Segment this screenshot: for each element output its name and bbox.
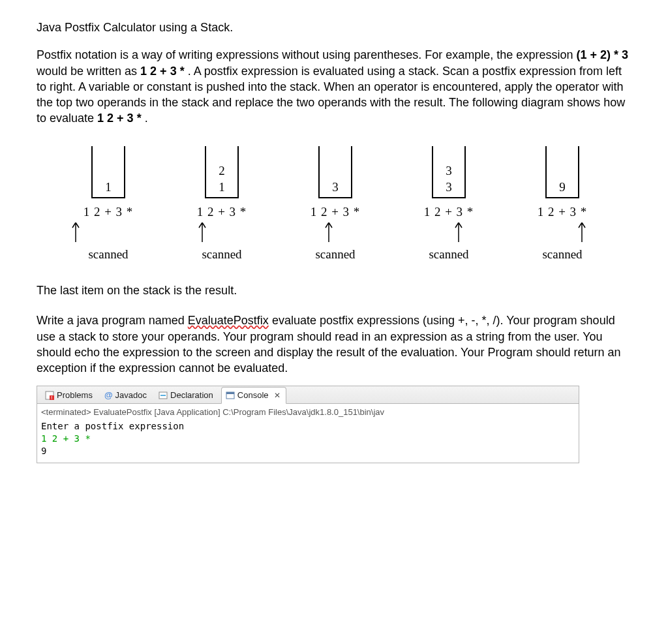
intro-text: . (145, 112, 148, 125)
program-name-underlined: EvaluatePostfix (188, 314, 269, 327)
stack-box: 3 3 (432, 146, 466, 198)
console-header: <terminated> EvaluatePostfix [Java Appli… (41, 405, 575, 421)
tab-javadoc[interactable]: @ Javadoc (100, 388, 152, 403)
tab-declaration[interactable]: Declaration (155, 388, 219, 403)
console-prompt: Enter a postfix expression (41, 420, 575, 433)
svg-rect-4 (160, 395, 166, 396)
diagram-step: 3 3 1 2 + 3 * scanned (410, 146, 488, 263)
instructions-text: Write a java program named (37, 314, 188, 327)
problems-icon: ! (45, 391, 54, 400)
intro-paragraph: Postfix notation is a way of writing exp… (37, 47, 631, 126)
scanned-label: scanned (542, 246, 582, 263)
console-icon (226, 391, 235, 400)
arrow-up-icon (198, 222, 206, 242)
expression: 1 2 + 3 * (311, 204, 361, 221)
expression: 1 2 + 3 * (424, 204, 474, 221)
tab-problems[interactable]: ! Problems (41, 388, 98, 403)
expression: 1 2 + 3 * (197, 204, 247, 221)
stack-box: 9 (545, 146, 579, 198)
arrow-up-icon (325, 222, 333, 242)
declaration-icon (159, 391, 168, 400)
javadoc-icon: @ (104, 390, 113, 401)
tab-label: Console (237, 390, 269, 401)
scanned-label: scanned (429, 246, 468, 263)
tab-label: Declaration (170, 390, 213, 401)
stack-box: 1 (91, 146, 125, 198)
arrow-up-icon (578, 222, 586, 242)
intro-text: Postfix notation is a way of writing exp… (37, 48, 576, 61)
scanned-label: scanned (315, 246, 355, 263)
stack-value: 2 (219, 163, 225, 179)
stack-value: 1 (219, 179, 225, 196)
arrow-up-icon (455, 222, 463, 242)
diagram-step: 2 1 1 2 + 3 * scanned (183, 146, 261, 263)
stack-box: 3 (318, 146, 352, 198)
eclipse-console-panel: ! Problems @ Javadoc Declaration Console… (37, 386, 579, 463)
arrow-up-icon (72, 222, 80, 242)
diagram-step: 1 1 2 + 3 * scanned (69, 146, 147, 263)
stack-value: 9 (559, 179, 566, 196)
close-icon[interactable]: ✕ (274, 390, 281, 401)
stack-box: 2 1 (205, 146, 239, 198)
tab-console[interactable]: Console ✕ (221, 387, 286, 404)
expression: 1 2 + 3 * (84, 204, 134, 221)
expression: 1 2 + 3 * (538, 204, 588, 221)
tab-label: Problems (57, 390, 93, 401)
stack-value: 1 (105, 179, 112, 196)
intro-expression-eval: 1 2 + 3 * (97, 112, 142, 125)
console-output: 9 (41, 445, 575, 457)
diagram-step: 9 1 2 + 3 * scanned (523, 146, 601, 263)
svg-text:!: ! (51, 395, 52, 400)
scanned-label: scanned (202, 246, 241, 263)
console-tab-bar: ! Problems @ Javadoc Declaration Console… (37, 386, 579, 404)
svg-rect-6 (226, 392, 234, 394)
stack-value: 3 (332, 179, 339, 196)
instructions-paragraph: Write a java program named EvaluatePostf… (37, 313, 631, 376)
console-body: <terminated> EvaluatePostfix [Java Appli… (37, 404, 579, 463)
tab-label: Javadoc (115, 390, 147, 401)
stack-value: 3 (446, 163, 452, 179)
stack-diagram: 1 1 2 + 3 * scanned 2 1 1 2 + 3 * scanne… (69, 146, 631, 263)
intro-expression-infix: (1 + 2) * 3 (576, 48, 628, 61)
scanned-label: scanned (88, 246, 128, 263)
title: Java Postfix Calculator using a Stack. (37, 20, 631, 35)
stack-value: 3 (446, 179, 452, 196)
intro-text: would be written as (37, 65, 140, 78)
result-note: The last item on the stack is the result… (37, 283, 631, 298)
diagram-step: 3 1 2 + 3 * scanned (296, 146, 374, 263)
console-user-input: 1 2 + 3 * (41, 433, 575, 445)
intro-expression-postfix: 1 2 + 3 * (140, 65, 185, 78)
